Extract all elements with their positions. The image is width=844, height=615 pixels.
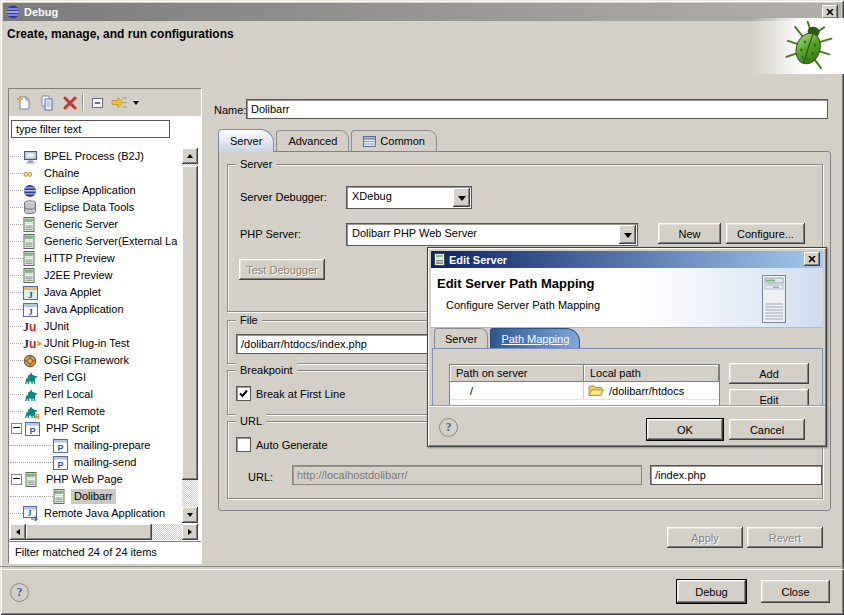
tree-item-mailing-send[interactable]: Pmailing-send: [10, 454, 182, 471]
path-mapping-table[interactable]: Path on server Local path //dolibarr/htd…: [449, 364, 720, 409]
filter-button[interactable]: [109, 92, 130, 113]
collapse-all-button[interactable]: [87, 92, 108, 113]
type-filter-input[interactable]: [11, 120, 170, 138]
tree-item-cha-ne[interactable]: ∞Chaîne: [10, 165, 182, 182]
cancel-button[interactable]: Cancel: [729, 419, 805, 440]
config-type-tree[interactable]: BPEL Process (B2J)∞ChaîneEclipse Applica…: [10, 148, 182, 522]
duplicate-config-button[interactable]: [36, 92, 57, 113]
chevron-down-icon[interactable]: [619, 225, 636, 244]
tree-item-eclipse-application[interactable]: Eclipse Application: [10, 182, 182, 199]
tab-server-settings[interactable]: Server: [434, 328, 488, 349]
dialog-help-button[interactable]: ?: [439, 418, 458, 437]
collapse-all-icon: [90, 95, 106, 111]
horizontal-scroll-thumb[interactable]: [26, 524, 152, 540]
filter-status-text: Filter matched 24 of 24 items: [9, 541, 201, 563]
new-config-button[interactable]: [13, 92, 34, 113]
server-debugger-select[interactable]: XDebug: [346, 186, 472, 209]
configure-server-button[interactable]: Configure...: [726, 223, 805, 244]
ok-button[interactable]: OK: [647, 419, 723, 440]
break-first-line-checkbox[interactable]: [236, 386, 251, 401]
tree-item-php-script[interactable]: PPHP Script: [10, 420, 182, 437]
table-icon: [363, 136, 376, 147]
filter-menu-button[interactable]: [129, 92, 142, 113]
tab-path-mapping[interactable]: Path Mapping: [490, 328, 580, 349]
php-server-select[interactable]: Dolibarr PHP Web Server: [346, 223, 638, 246]
tree-horizontal-scrollbar[interactable]: [10, 524, 198, 540]
tree-item-j2ee-preview[interactable]: J2EE Preview: [10, 267, 182, 284]
edit-server-titlebar[interactable]: Edit Server: [431, 251, 823, 268]
database-icon: [23, 200, 41, 216]
question-icon: ?: [17, 585, 23, 600]
tab-common[interactable]: Common: [351, 130, 437, 152]
close-icon: [826, 9, 834, 16]
camel-icon: [23, 370, 41, 386]
debug-button[interactable]: Debug: [677, 580, 746, 603]
chevron-down-icon[interactable]: [453, 188, 470, 207]
new-server-button[interactable]: New: [658, 223, 721, 244]
tree-item-bpel-process-b2j[interactable]: BPEL Process (B2J): [10, 148, 182, 165]
tree-item-java-application[interactable]: JJava Application: [10, 301, 182, 318]
auto-generate-label: Auto Generate: [256, 439, 328, 451]
delete-icon: [63, 96, 77, 110]
column-header-local-path[interactable]: Local path: [584, 365, 719, 382]
arrow-down-icon: [187, 513, 193, 520]
tree-item-generic-server-external-la[interactable]: Generic Server(External La: [10, 233, 182, 250]
url-path-input[interactable]: [650, 465, 822, 485]
config-tabs: Server Advanced Common: [218, 130, 439, 152]
tree-item-dolibarr[interactable]: Dolibarr: [10, 488, 182, 505]
close-button[interactable]: Close: [761, 580, 830, 603]
url-base-input[interactable]: [292, 465, 642, 485]
tree-item-perl-remote[interactable]: RPerl Remote: [10, 403, 182, 420]
scroll-down-button[interactable]: [182, 507, 198, 523]
test-debugger-button[interactable]: Test Debugger: [239, 259, 325, 280]
column-header-path-on-server[interactable]: Path on server: [450, 365, 584, 382]
window-titlebar[interactable]: Debug: [3, 3, 841, 21]
revert-button[interactable]: Revert: [747, 527, 823, 548]
server-tower-image: [759, 274, 789, 326]
file-group-title: File: [236, 313, 262, 327]
tree-item-remote-java-application[interactable]: JRemote Java Application: [10, 505, 182, 522]
expander-php-script[interactable]: [11, 423, 22, 434]
question-icon: ?: [446, 420, 452, 435]
edit-server-dialog: Edit Server Edit Server Path Mapping Con…: [427, 247, 827, 447]
tree-item-eclipse-data-tools[interactable]: Eclipse Data Tools: [10, 199, 182, 216]
close-icon: [808, 256, 816, 263]
window-close-button[interactable]: [822, 5, 838, 19]
scroll-left-button[interactable]: [10, 524, 26, 540]
delete-config-button[interactable]: [59, 92, 80, 113]
edit-server-title: Edit Server: [449, 254, 507, 266]
expander-php-web-page[interactable]: [11, 474, 22, 485]
tree-vertical-scrollbar[interactable]: [182, 148, 198, 523]
junit-plugin-icon: Ju➤: [23, 336, 41, 352]
camel-remote-icon: R: [23, 404, 41, 420]
tree-item-junit-plug-in-test[interactable]: Ju➤JUnit Plug-in Test: [10, 335, 182, 352]
svg-text:J: J: [28, 290, 33, 300]
server-icon: [23, 217, 41, 233]
scroll-up-button[interactable]: [182, 148, 198, 164]
edit-server-close-button[interactable]: [804, 252, 820, 266]
tab-advanced[interactable]: Advanced: [276, 130, 349, 152]
tree-item-java-applet[interactable]: JJava Applet: [10, 284, 182, 301]
tree-item-generic-server[interactable]: Generic Server: [10, 216, 182, 233]
name-label: Name:: [214, 104, 246, 116]
name-input[interactable]: [246, 99, 828, 119]
tree-item-php-web-page[interactable]: PHP Web Page: [10, 471, 182, 488]
tree-item-http-preview[interactable]: HTTP Preview: [10, 250, 182, 267]
auto-generate-checkbox[interactable]: [236, 437, 251, 452]
junit-icon: Ju: [23, 319, 41, 335]
tree-item-perl-local[interactable]: Perl Local: [10, 386, 182, 403]
launch-config-panel: BPEL Process (B2J)∞ChaîneEclipse Applica…: [8, 88, 202, 564]
vertical-scroll-thumb[interactable]: [182, 166, 198, 480]
eclipse-logo-icon: [6, 5, 20, 19]
chain-icon: ∞: [23, 166, 41, 182]
tree-item-perl-cgi[interactable]: Perl CGI: [10, 369, 182, 386]
help-button[interactable]: ?: [10, 583, 29, 602]
tree-item-mailing-prepare[interactable]: Pmailing-prepare: [10, 437, 182, 454]
php-window-icon: P: [53, 438, 71, 454]
apply-button[interactable]: Apply: [667, 527, 743, 548]
tree-item-junit[interactable]: JuJUnit: [10, 318, 182, 335]
tree-item-osgi-framework[interactable]: OSGi Framework: [10, 352, 182, 369]
scroll-right-button[interactable]: [182, 524, 198, 540]
add-mapping-button[interactable]: Add: [729, 363, 809, 384]
tab-server[interactable]: Server: [218, 129, 274, 152]
